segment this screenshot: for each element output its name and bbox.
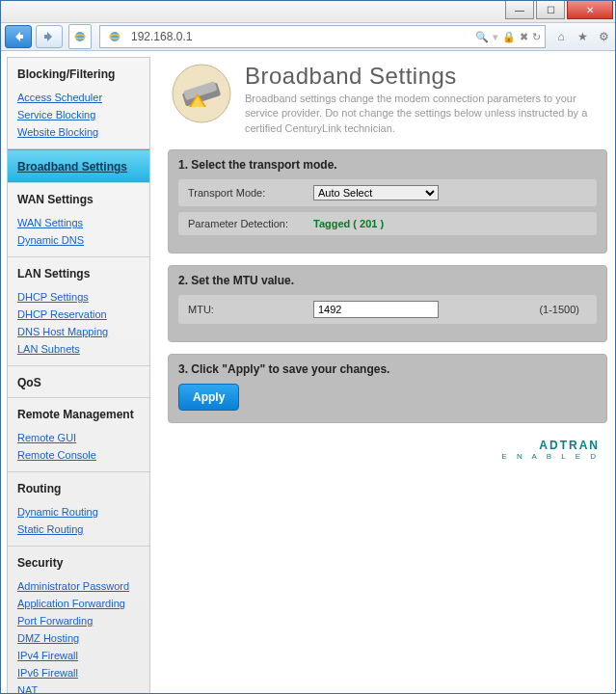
home-icon[interactable]: ⌂: [553, 29, 569, 44]
browser-window: — ☐ ✕ 🔍 ▾ 🔒 ✖ ↻: [0, 0, 616, 694]
address-bar-controls: 🔍 ▾ 🔒 ✖ ↻: [475, 31, 541, 43]
sidebar-section-lan-settings[interactable]: LAN Settings: [8, 257, 149, 288]
sidebar-link-remote-console[interactable]: Remote Console: [8, 446, 149, 464]
sidebar-section-security[interactable]: Security: [8, 547, 149, 577]
panel-transport-mode: 1. Select the transport mode. Transport …: [168, 149, 607, 254]
browser-tab[interactable]: [68, 24, 92, 49]
forward-button[interactable]: [36, 25, 63, 48]
label-parameter-detection: Parameter Detection:: [188, 218, 313, 229]
sidebar-link-port-forwarding[interactable]: Port Forwarding: [8, 612, 149, 629]
page-header: Broadband Settings Broadband settings ch…: [168, 57, 607, 149]
sidebar-link-access-scheduler[interactable]: Access Scheduler: [8, 89, 149, 106]
sidebar-section-blocking-filtering[interactable]: Blocking/Filtering: [8, 58, 149, 89]
sidebar-link-application-forwarding[interactable]: Application Forwarding: [8, 595, 149, 612]
sidebar-link-ipv6-firewall[interactable]: IPv6 Firewall: [8, 664, 149, 681]
brand-adtran: ADTRAN E N A B L E D: [168, 435, 607, 467]
modem-icon: [168, 63, 235, 124]
ie-page-icon: [107, 29, 122, 44]
arrow-right-icon: [42, 30, 56, 43]
label-mtu: MTU:: [188, 304, 313, 315]
favorites-icon[interactable]: ★: [575, 29, 590, 44]
toolbar-right: ⌂ ★ ⚙: [553, 29, 611, 44]
back-button[interactable]: [5, 25, 32, 48]
mtu-range: (1-1500): [539, 304, 587, 315]
sidebar-link-remote-gui[interactable]: Remote GUI: [8, 429, 149, 446]
sidebar-section-remote-management[interactable]: Remote Management: [8, 398, 149, 429]
step2-heading: 2. Set the MTU value.: [178, 274, 597, 287]
mtu-input[interactable]: [313, 301, 439, 318]
page-content: Blocking/FilteringAccess SchedulerServic…: [1, 51, 615, 693]
url-input[interactable]: [129, 29, 471, 44]
sidebar-link-service-blocking[interactable]: Service Blocking: [8, 106, 149, 123]
sidebar: Blocking/FilteringAccess SchedulerServic…: [7, 57, 150, 693]
svg-point-2: [110, 32, 120, 41]
apply-button[interactable]: Apply: [178, 384, 239, 411]
sidebar-section-qos[interactable]: QoS: [8, 366, 149, 397]
sidebar-link-dhcp-settings[interactable]: DHCP Settings: [8, 288, 149, 306]
step1-heading: 1. Select the transport mode.: [178, 158, 597, 172]
arrow-left-icon: [12, 30, 25, 43]
gear-icon[interactable]: ⚙: [596, 29, 611, 44]
sidebar-link-lan-subnets[interactable]: LAN Subnets: [8, 340, 149, 358]
address-bar[interactable]: 🔍 ▾ 🔒 ✖ ↻: [99, 25, 546, 48]
lock-icon: 🔒: [502, 31, 516, 43]
step3-heading: 3. Click "Apply" to save your changes.: [178, 362, 597, 376]
sidebar-link-dynamic-routing[interactable]: Dynamic Routing: [8, 503, 149, 520]
sidebar-link-dns-host-mapping[interactable]: DNS Host Mapping: [8, 323, 149, 340]
minimize-button[interactable]: —: [505, 1, 534, 19]
transport-mode-select[interactable]: Auto Select: [313, 185, 439, 200]
parameter-detection-value: Tagged ( 201 ): [313, 218, 384, 229]
stop-icon[interactable]: ✖: [520, 31, 528, 43]
sidebar-link-dhcp-reservation[interactable]: DHCP Reservation: [8, 306, 149, 323]
close-button[interactable]: ✕: [567, 1, 613, 19]
sidebar-section-broadband-settings[interactable]: Broadband Settings: [8, 149, 149, 182]
sidebar-link-dynamic-dns[interactable]: Dynamic DNS: [8, 231, 149, 249]
maximize-button[interactable]: ☐: [536, 1, 565, 19]
page-title: Broadband Settings: [245, 63, 600, 90]
svg-point-0: [75, 32, 85, 41]
sidebar-link-administrator-password[interactable]: Administrator Password: [8, 577, 149, 595]
sidebar-link-wan-settings[interactable]: WAN Settings: [8, 214, 149, 231]
sidebar-section-wan-settings[interactable]: WAN Settings: [8, 183, 149, 214]
label-transport-mode: Transport Mode:: [188, 187, 313, 199]
sidebar-link-website-blocking[interactable]: Website Blocking: [8, 123, 149, 141]
sidebar-link-static-routing[interactable]: Static Routing: [8, 520, 149, 538]
main-column: Broadband Settings Broadband settings ch…: [168, 57, 607, 693]
refresh-icon[interactable]: ↻: [532, 31, 541, 43]
sidebar-section-routing[interactable]: Routing: [8, 472, 149, 503]
ie-page-icon: [72, 29, 88, 44]
sidebar-link-dmz-hosting[interactable]: DMZ Hosting: [8, 629, 149, 647]
panel-mtu: 2. Set the MTU value. MTU: (1-1500): [168, 265, 607, 342]
sidebar-link-nat[interactable]: NAT: [8, 681, 149, 693]
search-icon[interactable]: 🔍: [475, 31, 489, 43]
panel-apply: 3. Click "Apply" to save your changes. A…: [168, 354, 607, 423]
window-titlebar: — ☐ ✕: [1, 1, 615, 23]
sidebar-link-ipv4-firewall[interactable]: IPv4 Firewall: [8, 647, 149, 664]
browser-toolbar: 🔍 ▾ 🔒 ✖ ↻ ⌂ ★ ⚙: [1, 23, 615, 51]
page-subtitle: Broadband settings change the modem conn…: [245, 92, 600, 136]
